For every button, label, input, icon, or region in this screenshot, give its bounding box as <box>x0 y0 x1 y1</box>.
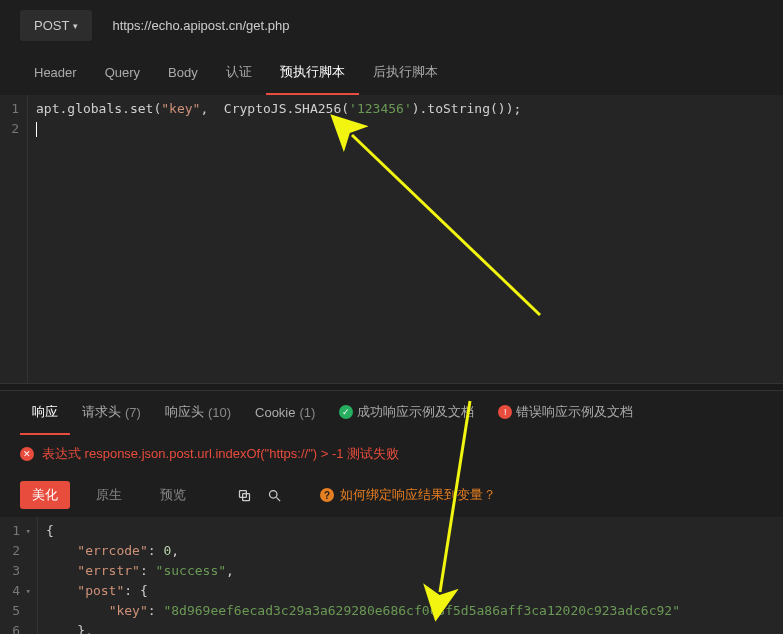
response-json-viewer[interactable]: 1▾ 2 3 4▾ 5 6 { "errcode": 0, "errstr": … <box>0 517 783 634</box>
fail-icon: ✕ <box>20 447 34 461</box>
editor-gutter: 1 2 <box>0 95 28 383</box>
svg-line-5 <box>276 497 280 501</box>
search-icon[interactable] <box>266 487 282 503</box>
tab-auth[interactable]: 认证 <box>212 51 266 95</box>
preview-button[interactable]: 预览 <box>148 481 198 509</box>
help-bind-variable-link[interactable]: ? 如何绑定响应结果到变量？ <box>320 486 496 504</box>
pre-script-editor[interactable]: 1 2 apt.globals.set("key", CryptoJS.SHA2… <box>0 95 783 383</box>
assertion-text: 表达式 response.json.post.url.indexOf("http… <box>42 445 399 463</box>
editor-cursor <box>36 122 37 137</box>
tab-error-example[interactable]: ! 错误响应示例及文档 <box>486 391 645 435</box>
error-icon: ! <box>498 405 512 419</box>
tab-response-headers[interactable]: 响应头 (10) <box>153 391 243 435</box>
assertion-result: ✕ 表达式 response.json.post.url.indexOf("ht… <box>0 435 783 473</box>
tab-success-example[interactable]: ✓ 成功响应示例及文档 <box>327 391 486 435</box>
response-tabs: 响应 请求头 (7) 响应头 (10) Cookie (1) ✓ 成功响应示例及… <box>0 391 783 435</box>
fold-icon[interactable]: ▾ <box>23 581 31 601</box>
response-toolbar: 美化 原生 预览 ? 如何绑定响应结果到变量？ <box>0 473 783 517</box>
question-icon: ? <box>320 488 334 502</box>
editor-content[interactable]: apt.globals.set("key", CryptoJS.SHA256('… <box>28 95 783 383</box>
tab-cookie[interactable]: Cookie (1) <box>243 393 327 434</box>
http-method-label: POST <box>34 18 69 33</box>
http-method-selector[interactable]: POST ▾ <box>20 10 92 41</box>
json-content[interactable]: { "errcode": 0, "errstr": "success", "po… <box>38 517 783 634</box>
json-gutter: 1▾ 2 3 4▾ 5 6 <box>0 517 38 634</box>
tab-body[interactable]: Body <box>154 53 212 94</box>
request-url-input[interactable] <box>112 10 763 41</box>
panel-resizer[interactable] <box>0 383 783 391</box>
raw-button[interactable]: 原生 <box>84 481 134 509</box>
fold-icon[interactable]: ▾ <box>23 521 31 541</box>
svg-point-4 <box>269 490 277 498</box>
tab-request-headers[interactable]: 请求头 (7) <box>70 391 153 435</box>
tab-header[interactable]: Header <box>20 53 91 94</box>
tab-response[interactable]: 响应 <box>20 391 70 435</box>
tab-pre-script[interactable]: 预执行脚本 <box>266 51 359 95</box>
check-icon: ✓ <box>339 405 353 419</box>
beautify-button[interactable]: 美化 <box>20 481 70 509</box>
chevron-down-icon: ▾ <box>73 21 78 31</box>
request-tabs: Header Query Body 认证 预执行脚本 后执行脚本 <box>0 51 783 95</box>
copy-icon[interactable] <box>236 487 252 503</box>
tab-post-script[interactable]: 后执行脚本 <box>359 51 452 95</box>
tab-query[interactable]: Query <box>91 53 154 94</box>
